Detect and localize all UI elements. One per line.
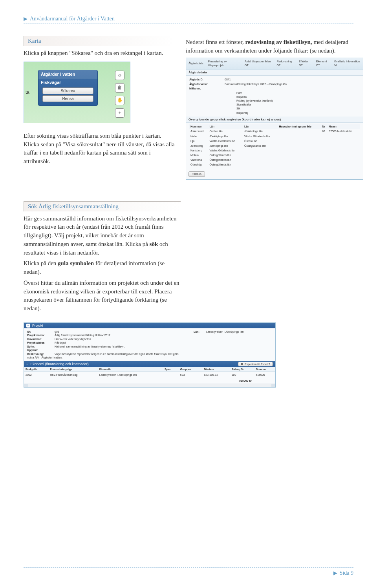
back-button[interactable]: Tillbaka [188,171,205,177]
col-header: Budgetår [24,367,48,372]
doc-header: ▶ Användarmanual för Åtgärder i Vatten [24,16,353,22]
hand-icon[interactable]: ✋ [115,96,124,105]
col-header: Summa [254,367,275,372]
kv-value: Påbörjad [55,341,66,344]
projekt-screenshot: − Projekt ID:653 Projektnamn:Årlig fiske… [24,322,276,388]
table-row: VadstenaÖstergötlands län [189,158,360,162]
col-header: Finansiär [98,367,163,372]
malart-item: Insjööring [189,111,360,115]
horizontal-scrollbar[interactable] [24,384,275,387]
malart-item: Harr [189,91,360,95]
export-label: Exportera till Excel [245,363,267,366]
atgardsdata-heading: Åtgärdsdata [186,69,363,76]
plus-icon[interactable]: ＋ [115,108,124,118]
doc-title: Användarmanual för Åtgärder i Vatten [30,16,115,22]
map-screenshot: ta Åtgärder i vatten Fiskvägar Sökarea R… [24,62,130,123]
sok-arlig-paragraph-2: Klicka på den gula symbolen för detaljer… [24,259,181,277]
section-heading-sok-arlig: Sök Årlig fisketillsynsammanställning [24,201,181,211]
text-fragment-bold: redovisning av fisketillsyn, [245,39,312,45]
ekonomi-header: − Ekonomi (finansiering och kostnader) ▦… [24,361,275,367]
collapse-icon[interactable]: − [26,324,30,328]
karta-paragraph: Klicka på knappen "Sökarea" och dra en r… [24,49,175,58]
rensa-button[interactable]: Rensa [42,95,93,102]
excel-icon: ▦ [241,362,243,366]
map-popup-title: Åtgärder i vatten [38,70,97,78]
map-popup-subtitle: Fiskvägar [38,78,97,86]
page-number: Sida 9 [340,570,353,576]
header-rule [24,24,353,24]
tab[interactable]: Åtgärdsdata [188,62,203,66]
text-fragment: Nederst finns ett fönster, [186,39,245,45]
col-header: Län [243,124,278,129]
table-row: JönköpingJönköpings länÖstergötlands län [189,144,360,148]
chevron-down-icon: ▾ [269,362,270,366]
kv-value: Havs- och vattenmyndigheten [55,338,91,340]
col-header: Gruppnr. [179,367,202,372]
map-tool-icons: ☼ 🗑 ✋ ＋ [115,71,124,118]
kv-label: Beskrivning: [27,352,55,356]
table-row: HjoVästra Götalands länÖrebro län [189,139,360,144]
malart-item: Signalkräfta [189,103,360,107]
col-header: Namn [328,124,360,129]
header-marker-icon: ▶ [24,16,27,22]
text-fragment: Klicka på den [24,260,58,266]
export-excel-button[interactable]: ▦ Exportera till Excel ▾ [238,362,273,366]
text-fragment-bold: gula symbolen [58,260,94,266]
geo-heading: Övergripande geografisk angivelse (koord… [186,117,363,123]
col-header: Finansieringstyp [48,367,98,372]
ekonomi-title: Ekonomi (finansiering och kostnader) [30,362,89,366]
map-popup: Åtgärder i vatten Fiskvägar Sökarea Rens… [38,70,98,106]
sok-arlig-paragraph-3: Överst hittar du allmän information om p… [24,279,181,313]
after-search-paragraph: Efter sökning visas sökträffarna som blå… [24,132,175,166]
section-heading-karta: Karta [24,36,175,46]
ekonomi-table: Budgetår Finansieringstyp Finansiär Spec… [24,367,275,384]
sum-value: 515000 kr [24,378,275,384]
id-value: 6841 [225,78,231,82]
tab[interactable]: Antal tillsynsområden ÖT [245,60,272,67]
col-header: Bidrag % [230,367,254,372]
sok-arlig-paragraph-1: Här ges sammanställd information om fisk… [24,215,181,257]
tab[interactable]: Effekter ÖT [299,60,311,67]
star-icon[interactable]: ☼ [115,71,124,80]
footer-rule [24,567,353,568]
page-footer: ▶ Sida 9 [24,566,353,576]
collapse-icon[interactable]: − [26,362,28,366]
tab[interactable]: Finansiering av tillsynsprojekt [208,60,240,67]
name-value: Sammanställning fisketillsyn 2012 - Jönk… [225,82,287,86]
kv-label: Projektstatus: [27,341,55,344]
kv-label: ID: [27,330,55,333]
col-header: Spec [163,367,179,372]
col-header: Kommun [189,124,208,129]
col-header: Län [208,124,243,129]
kv-label: Upphör: [27,348,55,352]
table-row: MotalaÖstergötlands län [189,153,360,158]
atgardsdata-screenshot: Åtgärdsdata Finansiering av tillsynsproj… [186,58,363,180]
malart-item: Sik [189,107,360,111]
table-row: KarlsborgVästra Götalands län [189,148,360,153]
malart-item: Röding (sydsvenska bestånd) [189,99,360,103]
tab[interactable]: Redovisning ÖT [276,60,294,67]
table-row: ÖdeshögÖstergötlands län [189,162,360,167]
sokarea-button[interactable]: Sökarea [42,87,93,94]
map-ta-label: ta [26,89,29,95]
geo-table: Kommun Län Län Huvudavrinningsområde Nr … [189,124,360,167]
trash-icon[interactable]: 🗑 [115,83,124,93]
name-label: Åtgärdsnamn: [189,82,221,86]
tab[interactable]: Ekonomi ÖT [316,60,330,67]
id-label: ÅtgärdsID: [189,78,221,82]
projekt-title: Projekt [32,324,43,328]
kv-value: Länsstyrelsen i Jönköpings län [206,330,243,333]
col-header: Huvudavrinningsområde [278,124,321,129]
table-row: HaboJönköpings länVästra Götalands län [189,134,360,139]
malart-item: Insjööax [189,95,360,99]
projekt-header: − Projekt [24,323,275,328]
kv-label: Huvudman: [27,337,55,341]
kv-value: Nationell sammanställning av länsstyrels… [55,345,125,348]
table-row: AskersundÖrebro länJönköpings län6767000… [189,129,360,134]
kv-value: Årlig fisketillsynsammanställning till H… [55,334,110,337]
footer-marker-icon: ▶ [333,570,337,576]
sum-row: 515000 kr [24,378,275,384]
col-header: Nr [321,124,328,129]
malarter-label: Målarter: [189,87,221,91]
tab[interactable]: Kvalitativ information VL [334,60,361,67]
